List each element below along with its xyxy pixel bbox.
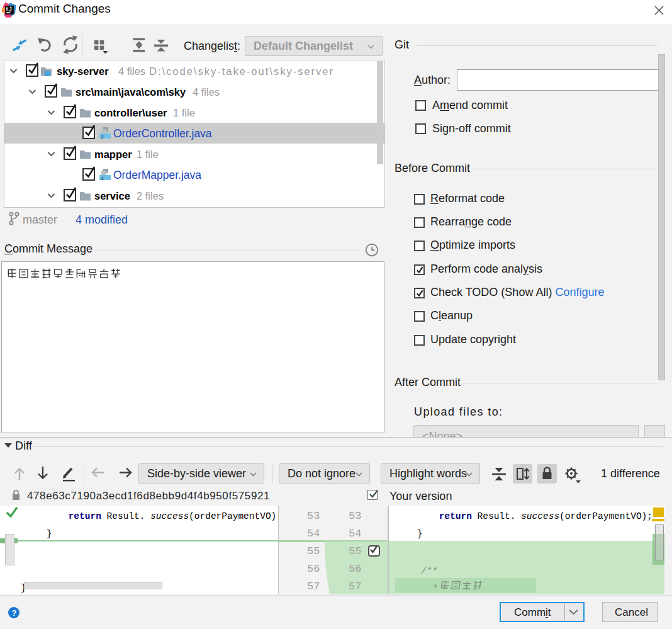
svg-text:J: J (101, 134, 103, 140)
svg-text:J: J (101, 176, 103, 181)
